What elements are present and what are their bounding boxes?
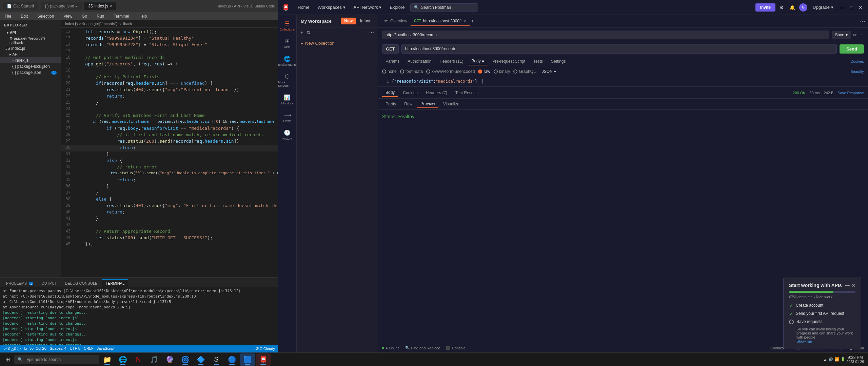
- tab-terminal[interactable]: TERMINAL: [102, 279, 128, 287]
- sidebar-item-mock-servers[interactable]: ⬡ Mock Servers: [278, 70, 296, 90]
- resp-tab-test-results[interactable]: Test Results: [452, 89, 481, 97]
- url-input[interactable]: http://localhost:3000/records: [401, 44, 837, 54]
- sidebar-item-history[interactable]: 🕐 History: [278, 127, 296, 143]
- taskbar-app-netflix[interactable]: N: [131, 353, 146, 366]
- tab-output[interactable]: OUTPUT: [38, 279, 60, 287]
- taskbar-app-1[interactable]: 🔮: [162, 353, 177, 366]
- tab-request[interactable]: GET http://localhost:3000/r ✕: [411, 17, 470, 26]
- tab-index-js[interactable]: JS index.js ✕: [84, 2, 117, 10]
- tray-up-arrow[interactable]: ▲: [823, 358, 827, 362]
- save-button[interactable]: Save ▾: [832, 31, 851, 39]
- menu-go[interactable]: Go: [80, 13, 89, 19]
- tab-get-started[interactable]: 📄 Get Started: [3, 2, 38, 10]
- urlencoded-radio[interactable]: [426, 69, 430, 74]
- format-selector[interactable]: JSON ▾: [542, 69, 556, 74]
- modal-close[interactable]: ✕: [851, 283, 855, 288]
- find-replace[interactable]: 🔍 Find and Replace: [405, 346, 440, 350]
- sidebar-item-callback[interactable]: ⚙ app.get("/records") callback: [0, 36, 61, 45]
- beautify-button[interactable]: Beautify: [850, 69, 864, 74]
- maximize-icon[interactable]: □: [849, 3, 854, 12]
- minimize-icon[interactable]: —: [839, 3, 846, 12]
- new-collection-item[interactable]: ▸ New Collection: [297, 38, 378, 48]
- nav-workspaces[interactable]: Workspaces ▾: [315, 3, 348, 11]
- tab-package-json[interactable]: { } package.json ●: [41, 2, 81, 10]
- save-response-button[interactable]: Save Response: [837, 91, 864, 95]
- view-pretty[interactable]: Pretty: [382, 100, 399, 108]
- tab-body[interactable]: Body ●: [468, 57, 488, 65]
- avatar-icon[interactable]: G: [799, 3, 807, 12]
- sidebar-item-environments[interactable]: 🌐 Environments: [278, 53, 296, 69]
- resp-tab-headers[interactable]: Headers (7): [422, 89, 451, 97]
- tab-problems[interactable]: PROBLEMS 1: [3, 279, 37, 287]
- taskbar-app-2[interactable]: 🌀: [178, 353, 193, 366]
- sidebar-item-monitors[interactable]: 📊 Monitors: [278, 92, 296, 108]
- import-button[interactable]: Import: [358, 18, 374, 24]
- view-preview[interactable]: Preview: [417, 100, 438, 108]
- taskbar-app-explorer[interactable]: 📁: [100, 353, 115, 366]
- send-button[interactable]: Send: [840, 44, 864, 54]
- add-collection-icon[interactable]: +: [299, 29, 304, 36]
- menu-view[interactable]: View: [61, 13, 74, 19]
- save-dropdown-icon[interactable]: ▾: [846, 33, 848, 37]
- sidebar-item-package[interactable]: { } package.json 1: [0, 69, 61, 76]
- cookies-status[interactable]: Cookies: [770, 346, 784, 350]
- form-data-radio[interactable]: [400, 69, 404, 74]
- taskbar-app-slack[interactable]: S: [209, 353, 224, 366]
- tab-settings[interactable]: Settings: [548, 58, 569, 65]
- sort-icon[interactable]: ⇅: [305, 29, 312, 36]
- menu-selection[interactable]: Selection: [35, 13, 56, 19]
- start-button[interactable]: ⊞: [1, 353, 14, 366]
- sidebar-item-package-lock[interactable]: { } package-lock.json: [0, 63, 61, 69]
- sidebar-section-api[interactable]: ▸ API: [0, 30, 61, 36]
- tab-overview[interactable]: 👁 Overview: [381, 17, 411, 26]
- sidebar-item-collections[interactable]: ☰ Collections: [278, 18, 296, 34]
- tab-tests[interactable]: Tests: [530, 58, 546, 65]
- search-bar[interactable]: 🔍 Search Postman: [410, 3, 478, 12]
- taskbar-app-3[interactable]: 🔷: [193, 353, 208, 366]
- menu-edit[interactable]: Edit: [19, 13, 30, 19]
- edit-icon[interactable]: ✏: [853, 32, 857, 38]
- taskbar-app-spotify[interactable]: 🎵: [146, 353, 161, 366]
- more-tabs-icon[interactable]: ⋯: [860, 18, 865, 24]
- sidebar-folder-api[interactable]: ▸ API: [0, 52, 61, 57]
- body-urlencoded[interactable]: x-www-form-urlencoded: [426, 69, 475, 74]
- body-raw[interactable]: raw: [478, 69, 490, 74]
- new-button[interactable]: New: [341, 18, 356, 24]
- sidebar-item-js-index[interactable]: JS index.js: [0, 45, 61, 52]
- bell-icon[interactable]: 🔔: [788, 3, 796, 12]
- graphql-radio[interactable]: [513, 69, 517, 74]
- sidebar-item-apis[interactable]: ⊞ APIs: [278, 35, 296, 52]
- tab-debug-console[interactable]: DEBUG CONSOLE: [61, 279, 101, 287]
- tab-authorization[interactable]: Authorization: [404, 58, 435, 65]
- invite-button[interactable]: Invite: [755, 3, 775, 12]
- menu-terminal[interactable]: Terminal: [112, 13, 131, 19]
- settings-icon[interactable]: ⚙: [778, 3, 785, 12]
- more-icon[interactable]: ⋯: [859, 32, 864, 38]
- body-form-data[interactable]: form-data: [400, 69, 423, 74]
- taskbar-app-edge[interactable]: 🌐: [115, 353, 130, 366]
- body-editor[interactable]: 1 {"reasonforvisit":"medicalrecords"} |: [378, 76, 868, 86]
- close-icon[interactable]: ✕: [857, 3, 864, 12]
- nav-api-network[interactable]: API Network ▾: [351, 3, 384, 11]
- tab-params[interactable]: Params: [382, 58, 403, 65]
- taskbar-app-chrome[interactable]: 🔵: [224, 353, 239, 366]
- modal-minimize[interactable]: —: [845, 283, 850, 288]
- tab-headers[interactable]: Headers (11): [436, 58, 467, 65]
- view-raw[interactable]: Raw: [401, 100, 416, 108]
- menu-run[interactable]: Run: [95, 13, 106, 19]
- menu-file[interactable]: File: [3, 13, 13, 19]
- body-binary[interactable]: binary: [494, 69, 510, 74]
- resp-tab-body[interactable]: Body: [382, 89, 398, 97]
- nav-home[interactable]: Home: [295, 3, 312, 11]
- upgrade-button[interactable]: Upgrade ▾: [810, 3, 836, 11]
- nav-explore[interactable]: Explore: [387, 3, 407, 11]
- taskbar-app-vscode[interactable]: 🟦: [240, 353, 255, 366]
- menu-help[interactable]: Help: [137, 13, 149, 19]
- view-visualize[interactable]: Visualize: [440, 100, 463, 108]
- code-editor[interactable]: 12 let records = new Object(); 13 record…: [61, 28, 278, 277]
- status-online[interactable]: ● Online: [382, 346, 400, 350]
- binary-radio[interactable]: [494, 69, 498, 74]
- sidebar-item-index[interactable]: ◦ index.js: [0, 57, 61, 63]
- none-radio[interactable]: [382, 69, 386, 74]
- body-none[interactable]: none: [382, 69, 397, 74]
